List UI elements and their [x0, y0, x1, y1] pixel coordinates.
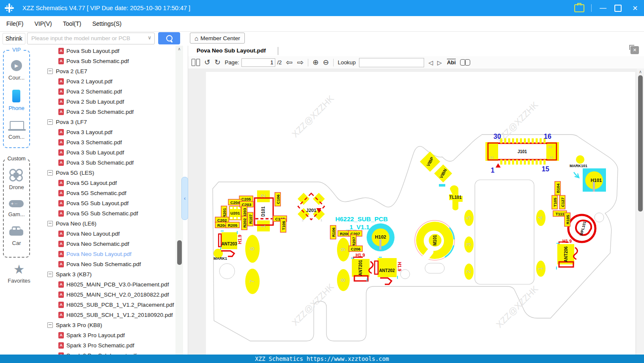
zoom-out-icon[interactable]: ⊖: [323, 59, 329, 66]
pin-index-label: 32: [490, 156, 494, 160]
viewer-scroll-up-icon[interactable]: ∧: [637, 69, 644, 74]
file-tree: APova Sub Layout.pdfAPova Sub Schematic.…: [38, 46, 175, 355]
next-page-icon[interactable]: ⇨: [297, 58, 304, 66]
tree-file-8[interactable]: APova 3 Layout.pdf: [38, 127, 175, 137]
rotate-left-icon[interactable]: ↺: [204, 59, 210, 66]
tree-file-20[interactable]: APova Neo Sub Layout.pdf: [38, 249, 175, 259]
sidebar-item-game[interactable]: Gam...: [4, 211, 29, 217]
tree-file-19[interactable]: APova Neo Schematic.pdf: [38, 239, 175, 249]
tree-item-label: Pova Neo Layout.pdf: [66, 231, 120, 237]
tree-file-23[interactable]: AH8025_MAIN_PCB_V3.0-Placement.pdf: [38, 279, 175, 289]
tree-file-11[interactable]: APova 3 Sub Schematic.pdf: [38, 157, 175, 168]
chevron-down-icon[interactable]: ∨: [148, 35, 151, 41]
tree-file-14[interactable]: APova 5G Schematic.pdf: [38, 188, 175, 198]
model-search-input[interactable]: Please input the model number or PCB ∨: [27, 33, 155, 44]
close-document-icon[interactable]: ✕: [630, 46, 639, 54]
computer-icon[interactable]: [10, 121, 24, 130]
text-select-icon[interactable]: Abi: [447, 59, 456, 66]
sidebar-item-car[interactable]: Car: [4, 240, 29, 246]
tree-file-29[interactable]: ASpark 3 Pro Schematic.pdf: [38, 340, 175, 350]
pad-number: 7: [248, 280, 255, 283]
viewer-scrollbar-thumb[interactable]: [638, 75, 643, 212]
menu-settings[interactable]: Settings(S): [92, 20, 121, 27]
search-button[interactable]: [158, 32, 180, 44]
rotate-right-icon[interactable]: ↻: [214, 59, 220, 66]
ref-des-R105: R105: [565, 213, 570, 226]
svg-text:R105: R105: [565, 214, 570, 224]
tree-file-30[interactable]: ASpark 3 Pro Sub Layout.pdf: [38, 350, 175, 355]
tree-file-0[interactable]: APova Sub Layout.pdf: [38, 46, 175, 56]
zoom-in-icon[interactable]: ⊕: [312, 59, 318, 66]
tree-scrollbar-thumb[interactable]: [177, 240, 182, 265]
collapse-box-icon[interactable]: [47, 119, 53, 125]
menu-file[interactable]: File(F): [6, 20, 23, 27]
collapse-panel-handle[interactable]: ‹: [181, 177, 188, 220]
menu-vip[interactable]: VIP(V): [34, 20, 52, 27]
tree-file-25[interactable]: AH8025_SUB_PCB_1_V1.2_Placement.pdf: [38, 300, 175, 310]
tree-file-5[interactable]: APova 2 Sub Layout.pdf: [38, 96, 175, 107]
close-button[interactable]: ✕: [630, 4, 640, 12]
tree-file-21[interactable]: APova Neo Sub Schematic.pdf: [38, 259, 175, 269]
tree-group-7[interactable]: Pova 3 (LF7: [38, 117, 175, 127]
tree-item-label: Pova 3 (LF7: [56, 119, 87, 125]
page-number-input[interactable]: [241, 58, 275, 67]
lookup-prev-icon[interactable]: ◁: [428, 60, 433, 66]
document-tab[interactable]: Pova Neo Sub Layout.pdf: [197, 47, 266, 54]
favorites-star-icon[interactable]: ★: [0, 263, 38, 276]
course-icon[interactable]: ▶: [11, 60, 22, 71]
ref-des-H102: H102: [375, 234, 386, 239]
phone-icon[interactable]: [12, 90, 20, 102]
pcb-document[interactable]: XZZ@XZZHKXZZ@XZZHKXZZ@XZZHKXZZ@XZZHK 679…: [206, 72, 635, 355]
tree-group-27[interactable]: Spark 3 Pro (KB8): [38, 320, 175, 330]
sidebar-item-favorites[interactable]: Favorites: [0, 278, 38, 284]
member-center-button[interactable]: ⌂ Member Center: [190, 33, 245, 44]
tree-file-10[interactable]: APova 3 Sub Layout.pdf: [38, 147, 175, 157]
sidebar-item-course[interactable]: Cour...: [4, 74, 29, 81]
drone-icon[interactable]: [9, 169, 23, 182]
tree-file-26[interactable]: AH8025_SUB_SCH_1_V1.2_20180920.pdf: [38, 310, 175, 320]
tree-file-28[interactable]: ASpark 3 Pro Layout.pdf: [38, 330, 175, 340]
sidebar-item-phone[interactable]: Phone: [4, 105, 29, 111]
tree-scroll-up-icon[interactable]: ∧: [175, 47, 183, 51]
tree-file-15[interactable]: APova 5G Sub Layout.pdf: [38, 198, 175, 208]
tree-group-22[interactable]: Spark 3 (KB7): [38, 269, 175, 279]
tree-group-12[interactable]: Pova 5G (LES): [38, 168, 175, 178]
tree-file-13[interactable]: APova 5G Layout.pdf: [38, 178, 175, 188]
collapse-box-icon[interactable]: [47, 69, 53, 74]
car-icon[interactable]: [9, 229, 23, 236]
svg-text:J201: J201: [306, 208, 316, 213]
gamepad-icon[interactable]: + ··: [9, 200, 24, 207]
tree-item-label: H8025_MAIN_PCB_V3.0-Placement.pdf: [66, 281, 169, 288]
collapse-box-icon[interactable]: [47, 272, 53, 277]
sidebar-item-drone[interactable]: Drone: [4, 184, 29, 190]
tree-file-24[interactable]: AH8025_MAIN_SCH_V2.0_20180822.pdf: [38, 289, 175, 300]
previous-page-icon[interactable]: ⇦: [286, 58, 293, 66]
lookup-input[interactable]: [359, 58, 424, 67]
tree-group-17[interactable]: Pova Neo (LE6): [38, 218, 175, 228]
tree-file-3[interactable]: APova 2 Layout.pdf: [38, 76, 175, 86]
connector-pin: [524, 138, 526, 143]
tree-file-16[interactable]: APova 5G Sub Schematic.pdf: [38, 208, 175, 218]
svg-text:H6222_SUB_PCB: H6222_SUB_PCB: [335, 215, 388, 223]
collapse-box-icon[interactable]: [47, 322, 53, 328]
shrink-button[interactable]: Shrink: [3, 33, 25, 44]
tree-file-6[interactable]: APova 2 Sub Schematic.pdf: [38, 107, 175, 117]
two-page-view-icon[interactable]: [192, 59, 200, 66]
ref-des-C127: C127: [559, 195, 565, 209]
tree-file-18[interactable]: APova Neo Layout.pdf: [38, 228, 175, 239]
vip-briefcase-icon[interactable]: [574, 4, 584, 12]
binoculars-icon[interactable]: [460, 59, 470, 66]
collapse-box-icon[interactable]: [47, 170, 53, 176]
tree-file-1[interactable]: APova Sub Schematic.pdf: [38, 56, 175, 66]
lookup-next-icon[interactable]: ▷: [437, 60, 442, 66]
minimize-button[interactable]: —: [598, 4, 608, 12]
menu-tool[interactable]: Tool(T): [63, 20, 82, 27]
maximize-button[interactable]: [614, 5, 622, 12]
viewer-scrollbar[interactable]: ∧: [637, 69, 644, 355]
tree-group-2[interactable]: Pova 2 (LE7: [38, 66, 175, 76]
collapse-box-icon[interactable]: [47, 221, 53, 226]
search-placeholder: Please input the model number or PCB: [31, 35, 130, 41]
sidebar-item-computer[interactable]: Com...: [4, 134, 29, 140]
tree-file-9[interactable]: APova 3 Schematic.pdf: [38, 137, 175, 147]
tree-file-4[interactable]: APova 2 Schematic.pdf: [38, 86, 175, 96]
